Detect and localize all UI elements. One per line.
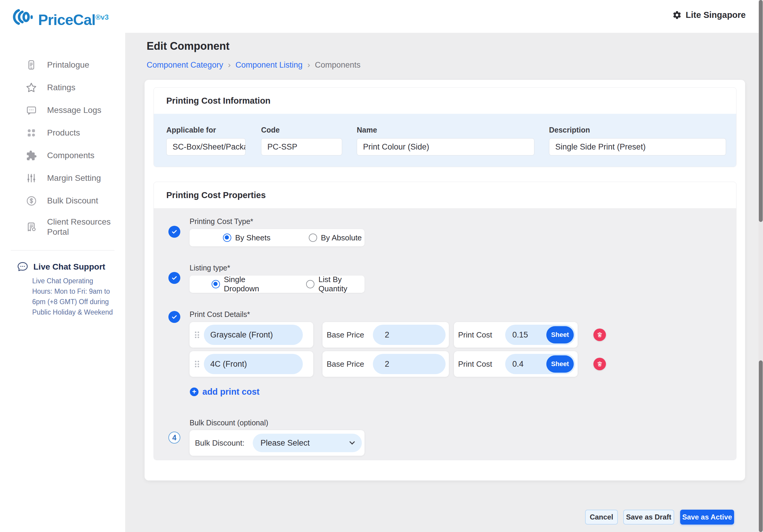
sidebar-item-margin-setting[interactable]: Margin Setting (0, 167, 125, 189)
live-chat-hours: Live Chat Operating Hours: Mon to Fri: 9… (32, 276, 113, 317)
add-print-cost-button[interactable]: add print cost (190, 387, 260, 397)
sidebar-nav: Printalogue Ratings Message Logs (0, 53, 125, 250)
brand-logo-icon (11, 9, 34, 25)
print-cost-row-base-price: Base Price 2 (322, 351, 449, 377)
radio-selected-icon[interactable] (223, 233, 231, 242)
radio-by-absolute[interactable]: By Absolute (309, 233, 362, 242)
page-title: Edit Component (147, 40, 230, 52)
listing-type-label: Listing type* (189, 264, 230, 272)
bulk-discount-label: Bulk Discount: (195, 438, 244, 448)
section-title: Printing Cost Properties (166, 190, 266, 200)
radio-unselected-icon[interactable] (309, 233, 317, 242)
sidebar-item-components[interactable]: Components (0, 144, 125, 167)
plus-circle-icon (190, 388, 198, 396)
sidebar-item-products[interactable]: Products (0, 122, 125, 144)
brand-version: ®v3 (95, 13, 108, 21)
app-window: PriceCal®v3 Printalogue Ratings (0, 0, 763, 532)
grid-icon (26, 127, 37, 138)
radio-label: By Absolute (321, 233, 362, 242)
sliders-icon (26, 172, 37, 184)
chevron-down-icon (349, 439, 355, 444)
cancel-button[interactable]: Cancel (585, 510, 618, 525)
radio-by-sheets[interactable]: By Sheets (223, 233, 271, 242)
bulk-discount-value: Please Select (261, 438, 310, 448)
base-price-label: Base Price (327, 360, 364, 369)
sidebar-item-ratings[interactable]: Ratings (0, 76, 125, 99)
workspace-selector[interactable]: Lite Singapore (672, 10, 746, 20)
applicable-for-value: SC-Box/Sheet/Packa (172, 142, 246, 152)
print-cost-input[interactable]: 0.15 Sheet (505, 325, 575, 345)
gear-icon (672, 10, 682, 20)
bulk-discount-select[interactable]: Please Select (253, 434, 362, 452)
drag-handle-icon[interactable] (195, 331, 199, 338)
breadcrumb-separator: › (307, 60, 310, 70)
workspace-name: Lite Singapore (686, 10, 746, 20)
base-price-input[interactable]: 2 (373, 354, 446, 374)
breadcrumb-component-category[interactable]: Component Category (147, 60, 223, 70)
sheet-unit-button[interactable]: Sheet (546, 326, 574, 343)
print-cost-name-value: 4C (Front) (210, 360, 247, 369)
sidebar-item-label: Products (47, 128, 80, 138)
print-cost-row-name: 4C (Front) (189, 351, 313, 377)
radio-single-dropdown[interactable]: Single Dropdown (212, 275, 274, 294)
breadcrumb-component-listing[interactable]: Component Listing (236, 60, 302, 70)
puzzle-icon (26, 150, 37, 161)
delete-row-button[interactable] (594, 358, 606, 370)
printing-cost-type-label: Printing Cost Type* (189, 217, 253, 226)
save-as-active-button[interactable]: Save as Active (680, 510, 734, 525)
radio-selected-icon[interactable] (212, 280, 220, 288)
sidebar-divider (11, 250, 114, 250)
description-field[interactable]: Single Side Print (Preset) (549, 138, 726, 155)
applicable-for-label: Applicable for (166, 126, 216, 134)
code-field[interactable]: PC-SSP (261, 138, 342, 155)
print-cost-row-base-price: Base Price 2 (322, 322, 449, 348)
drag-handle-icon[interactable] (195, 361, 199, 367)
sidebar-item-message-logs[interactable]: Message Logs (0, 99, 125, 122)
printing-cost-properties-body: Printing Cost Type* By Sheets By Absolut… (154, 208, 736, 460)
chat-bubble-icon (17, 261, 29, 273)
print-cost-value: 0.4 (512, 360, 524, 369)
print-cost-value: 0.15 (512, 330, 528, 340)
sidebar-item-label: Components (47, 150, 94, 160)
sidebar-item-bulk-discount[interactable]: Bulk Discount (0, 189, 125, 212)
breadcrumb-separator: › (228, 60, 231, 70)
name-field[interactable]: Print Colour (Side) (357, 138, 534, 155)
print-cost-name-input[interactable]: Grayscale (Front) (204, 325, 303, 345)
step-2-check (168, 272, 180, 284)
step-1-check (168, 226, 180, 238)
code-label: Code (261, 126, 280, 134)
step-3-check (168, 311, 180, 323)
sidebar-item-printalogue[interactable]: Printalogue (0, 53, 125, 76)
dollar-icon (26, 195, 37, 207)
sidebar-item-label: Printalogue (47, 60, 89, 70)
print-cost-name-input[interactable]: 4C (Front) (204, 354, 303, 374)
delete-row-button[interactable] (594, 328, 606, 341)
sidebar-item-label: Message Logs (47, 105, 101, 115)
base-price-input[interactable]: 2 (373, 325, 446, 345)
scrollbar-track[interactable] (759, 0, 763, 532)
add-print-cost-label: add print cost (202, 387, 260, 397)
main-content: Edit Component Component Category › Comp… (125, 33, 763, 532)
save-as-draft-button[interactable]: Save as Draft (623, 510, 674, 525)
applicable-for-select[interactable]: SC-Box/Sheet/Packa (166, 138, 246, 155)
sheet-unit-button[interactable]: Sheet (546, 355, 574, 373)
printing-cost-information-section: Printing Cost Information Applicable for… (154, 87, 736, 167)
printing-cost-type-options: By Sheets By Absolute (189, 229, 365, 246)
radio-label: By Sheets (235, 233, 271, 242)
radio-list-by-quantity[interactable]: List By Quantity (306, 275, 365, 294)
listing-type-options: Single Dropdown List By Quantity (189, 276, 365, 293)
print-cost-label: Print Cost (458, 360, 492, 369)
live-chat-title: Live Chat Support (33, 262, 105, 272)
print-cost-input[interactable]: 0.4 Sheet (505, 354, 575, 374)
brand-logo[interactable]: PriceCal®v3 (11, 9, 109, 28)
radio-unselected-icon[interactable] (306, 280, 314, 288)
sidebar-item-label: Ratings (47, 82, 75, 93)
sidebar-item-label: Client Resources Portal (47, 217, 114, 237)
scrollbar-thumb[interactable] (759, 0, 763, 222)
scrollbar-thumb[interactable] (759, 360, 763, 532)
print-cost-row-cost: Print Cost 0.15 Sheet (454, 322, 578, 348)
breadcrumb-current: Components (315, 60, 360, 70)
live-chat-support[interactable]: Live Chat Support Live Chat Operating Ho… (17, 261, 106, 317)
radio-label: List By Quantity (318, 275, 365, 294)
sidebar-item-client-resources-portal[interactable]: Client Resources Portal (0, 212, 125, 242)
